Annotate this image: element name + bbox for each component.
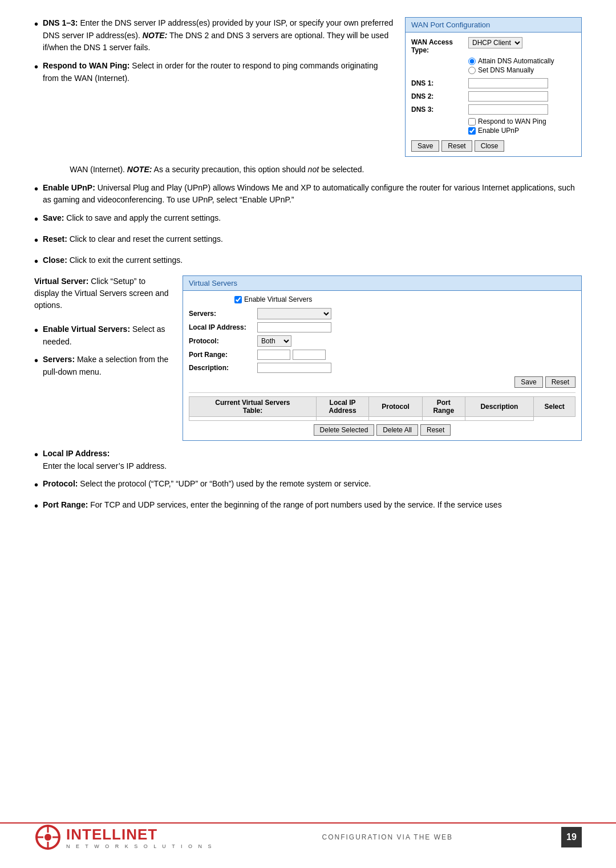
vs-table-section: Current Virtual Servers Table: Local IP … bbox=[189, 392, 576, 436]
reset-heading: Reset: bbox=[43, 234, 67, 244]
respond-end-text: be selected. bbox=[321, 165, 364, 174]
virtual-text: Virtual Server: Click “Setup” to display… bbox=[34, 275, 183, 384]
bullet-dot-5: • bbox=[34, 232, 38, 249]
vs-empty-cell-3 bbox=[369, 417, 423, 421]
close-heading: Close: bbox=[43, 255, 67, 265]
enable-virtual-text: Enable Virtual Servers: Select as needed… bbox=[43, 323, 171, 348]
wan-access-type-select[interactable]: DHCP Client bbox=[468, 37, 522, 48]
not-text: not bbox=[308, 165, 319, 174]
bullet-dot-9: • bbox=[34, 446, 38, 463]
upnp-text: Universal Plug and Play (UPnP) allows Wi… bbox=[43, 183, 575, 205]
page-content: • DNS 1–3: Enter the DNS server IP addre… bbox=[0, 0, 616, 566]
local-ip-heading: Local IP Address: bbox=[43, 449, 110, 458]
vs-description-input[interactable] bbox=[257, 363, 331, 373]
wan-save-button[interactable]: Save bbox=[411, 140, 439, 152]
attain-dns-radio-input[interactable] bbox=[468, 58, 476, 65]
vs-enable-row: Enable Virtual Servers bbox=[234, 295, 576, 303]
protocol-bullet-text: Protocol: Select the protocol (“TCP,” “U… bbox=[43, 478, 582, 490]
dns3-input[interactable] bbox=[468, 104, 548, 115]
wan-checkboxes-group: Respond to WAN Ping Enable UPnP bbox=[468, 117, 576, 136]
dns3-label: DNS 3: bbox=[411, 104, 468, 113]
vs-empty-cell-4 bbox=[422, 417, 465, 421]
vs-table-empty-row bbox=[189, 417, 576, 421]
respond-continue: WAN (Internet). NOTE: As a security prec… bbox=[34, 164, 582, 176]
vs-table-label-header: Current Virtual Servers Table: bbox=[189, 397, 317, 417]
set-dns-radio-input[interactable] bbox=[468, 67, 476, 74]
set-dns-radio[interactable]: Set DNS Manually bbox=[468, 66, 576, 74]
bullet-dot-11: • bbox=[34, 497, 38, 514]
vs-port-range-row: Port Range: bbox=[189, 350, 576, 360]
top-text: • DNS 1–3: Enter the DNS server IP addre… bbox=[34, 17, 405, 90]
vs-delete-selected-button[interactable]: Delete Selected bbox=[314, 424, 375, 436]
wan-access-type-label: WAN Access Type: bbox=[411, 37, 468, 54]
vs-col-select: Select bbox=[534, 397, 576, 417]
save-bullet: • Save: Click to save and apply the curr… bbox=[34, 212, 582, 228]
wan-dns-radio-row: Attain DNS Automatically Set DNS Manuall… bbox=[411, 57, 576, 75]
vs-port-end-input[interactable] bbox=[293, 350, 326, 360]
vs-table: Current Virtual Servers Table: Local IP … bbox=[189, 396, 576, 421]
attain-dns-label: Attain DNS Automatically bbox=[478, 57, 554, 65]
port-range-heading: Port Range: bbox=[43, 500, 88, 509]
attain-dns-radio[interactable]: Attain DNS Automatically bbox=[468, 57, 576, 65]
vs-reset-button[interactable]: Reset bbox=[545, 376, 576, 388]
protocol-text: Select the protocol (“TCP,” “UDP” or “Bo… bbox=[80, 479, 371, 488]
respond-wan-ping-input[interactable] bbox=[468, 118, 476, 125]
logo-main-text: INTELLINET bbox=[66, 826, 214, 843]
vs-save-row: Save Reset bbox=[189, 376, 576, 388]
vs-protocol-row: Protocol: Both bbox=[189, 335, 576, 347]
bullet-dot-6: • bbox=[34, 253, 38, 270]
vs-table-reset-button[interactable]: Reset bbox=[420, 424, 451, 436]
dns1-label: DNS 1: bbox=[411, 78, 468, 87]
dns2-input[interactable] bbox=[468, 91, 548, 102]
wan-panel: WAN Port Configuration WAN Access Type: … bbox=[405, 17, 582, 157]
wan-access-type-row: WAN Access Type: DHCP Client bbox=[411, 37, 576, 54]
dns-heading: DNS 1–3: bbox=[43, 18, 78, 27]
respond-bullet-text: Respond to WAN Ping: Select in order for… bbox=[43, 60, 394, 84]
dns3-row: DNS 3: bbox=[411, 104, 576, 115]
port-range-bullet: • Port Range: For TCP and UDP services, … bbox=[34, 499, 582, 514]
close-bullet-text: Close: Click to exit the current setting… bbox=[43, 254, 582, 267]
wan-panel-body: WAN Access Type: DHCP Client Attain bbox=[406, 33, 581, 156]
bullet-dot-7: • bbox=[34, 322, 38, 339]
local-ip-bullet: • Local IP Address: Enter the local serv… bbox=[34, 448, 582, 472]
enable-virtual-servers-checkbox[interactable] bbox=[234, 296, 242, 303]
reset-bullet: • Reset: Click to clear and reset the cu… bbox=[34, 233, 582, 249]
reset-text: Click to clear and reset the current set… bbox=[70, 234, 223, 244]
enable-upnp-label: Enable UPnP bbox=[478, 127, 519, 135]
vs-save-button[interactable]: Save bbox=[514, 376, 542, 388]
wan-checkbox-group: Respond to WAN Ping Enable UPnP bbox=[468, 117, 576, 136]
vs-port-start-input[interactable] bbox=[257, 350, 290, 360]
vs-col-port: Port Range bbox=[422, 397, 465, 417]
save-bullet-text: Save: Click to save and apply the curren… bbox=[43, 212, 582, 225]
svg-point-2 bbox=[44, 834, 51, 841]
footer-center-text: CONFIGURATION VIA THE WEB bbox=[322, 833, 453, 841]
port-range-bullet-text: Port Range: For TCP and UDP services, en… bbox=[43, 499, 582, 512]
dns3-value bbox=[468, 104, 576, 115]
dns1-row: DNS 1: bbox=[411, 78, 576, 88]
dns-bullet-text: DNS 1–3: Enter the DNS server IP address… bbox=[43, 17, 394, 54]
vs-local-ip-input[interactable] bbox=[257, 322, 331, 332]
bullet-dot-2: • bbox=[34, 58, 38, 75]
respond-wan-ping-checkbox[interactable]: Respond to WAN Ping bbox=[468, 117, 576, 125]
vs-col-description: Description bbox=[465, 397, 534, 417]
save-heading: Save: bbox=[43, 213, 64, 222]
wan-panel-title: WAN Port Configuration bbox=[406, 18, 581, 33]
port-range-inputs bbox=[257, 350, 326, 360]
page-footer: INTELLINET N E T W O R K S O L U T I O N… bbox=[0, 822, 616, 851]
dns1-input[interactable] bbox=[468, 78, 548, 88]
protocol-bullet: • Protocol: Select the protocol (“TCP,” … bbox=[34, 478, 582, 493]
close-bullet: • Close: Click to exit the current setti… bbox=[34, 254, 582, 270]
wan-close-button[interactable]: Close bbox=[475, 140, 505, 152]
enable-upnp-checkbox[interactable]: Enable UPnP bbox=[468, 127, 576, 135]
note-bold: NOTE: bbox=[127, 165, 152, 174]
vs-delete-all-button[interactable]: Delete All bbox=[376, 424, 418, 436]
wan-reset-button[interactable]: Reset bbox=[441, 140, 472, 152]
save-text: Click to save and apply the current sett… bbox=[66, 213, 221, 222]
vs-protocol-select[interactable]: Both bbox=[257, 335, 291, 347]
vs-servers-select[interactable] bbox=[257, 308, 331, 319]
respond-note-text: As a security precaution, this option sh… bbox=[154, 165, 306, 174]
port-range-text: For TCP and UDP services, enter the begi… bbox=[90, 500, 501, 509]
enable-upnp-input[interactable] bbox=[468, 127, 476, 135]
enable-virtual-bullet: • Enable Virtual Servers: Select as need… bbox=[34, 323, 171, 348]
vs-panel: Virtual Servers Enable Virtual Servers S… bbox=[183, 275, 582, 441]
